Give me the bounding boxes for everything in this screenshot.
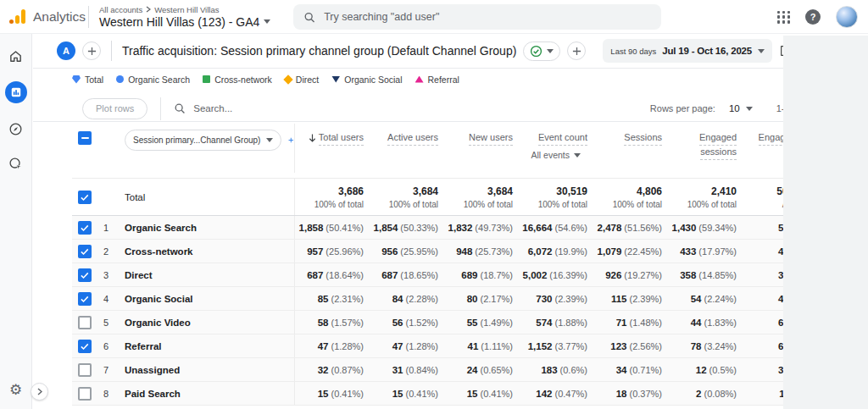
expand-nav-button[interactable] — [31, 383, 48, 401]
legend-item[interactable]: Direct — [285, 75, 319, 85]
search-icon — [174, 102, 186, 114]
global-search[interactable] — [293, 4, 661, 30]
event-filter[interactable]: All events — [518, 149, 587, 162]
row-number: 3 — [101, 270, 125, 280]
metric-cell: 34(0.71%) — [593, 365, 667, 375]
table-row: 4Organic Social85(2.31%)84(2.28%)80(2.17… — [72, 287, 816, 311]
table-row: 8Paid Search15(0.41%)15(0.41%)15(0.41%)1… — [72, 382, 816, 406]
channel-name[interactable]: Referral — [125, 341, 294, 351]
metric-cell: 15(0.41%) — [294, 389, 369, 399]
legend-item[interactable]: Referral — [415, 75, 459, 85]
account-property-switcher[interactable]: All accounts Western Hill Villas Western… — [99, 5, 270, 29]
metric-cell: 15(0.41%) — [369, 389, 443, 399]
dimension-selector[interactable]: Session primary...Channel Group) — [125, 130, 281, 151]
row-checkbox[interactable] — [78, 363, 92, 377]
avatar[interactable] — [836, 6, 858, 28]
plot-rows-button[interactable]: Plot rows — [82, 98, 147, 119]
sidebar-item-home[interactable] — [7, 47, 25, 65]
chevron-down-icon — [574, 153, 581, 158]
topbar-divider — [88, 6, 89, 28]
analytics-logo[interactable]: Analytics — [0, 8, 88, 26]
metric-cell: 689(18.7%) — [443, 270, 518, 280]
metric-cell: 41(1.11%) — [443, 341, 518, 351]
table-search[interactable] — [174, 102, 346, 114]
column-header[interactable]: Total users — [294, 131, 369, 146]
metric-cell: 55(1.49%) — [443, 318, 518, 328]
add-report-item-button[interactable] — [567, 41, 586, 60]
table-controls: Plot rows Rows per page: 10 1-8 of 8 — [33, 96, 816, 122]
metric-cell: 2(0.08%) — [667, 389, 742, 399]
sidebar-item-advertising[interactable] — [7, 154, 25, 173]
metric-cell: 948(25.73%) — [443, 246, 518, 257]
total-cell: 4,806100% of total — [593, 185, 667, 209]
date-range-picker[interactable]: Last 90 days Jul 19 - Oct 16, 2025 — [603, 39, 772, 63]
metric-cell: 956(25.95%) — [369, 246, 443, 257]
report-content: A Traffic acquisition: Session primary c… — [33, 34, 868, 409]
metric-cell: 1,854(50.33%) — [369, 223, 443, 233]
sidebar-item-reports[interactable] — [5, 81, 27, 103]
legend-item[interactable]: Total — [72, 75, 103, 85]
row-number: 5 — [101, 318, 125, 328]
row-checkbox[interactable] — [78, 221, 92, 235]
legend-item[interactable]: Organic Social — [331, 75, 402, 85]
metric-cell: 183(0.6%) — [518, 365, 593, 375]
metric-cell: 71(1.48%) — [593, 318, 667, 328]
sort-descending-icon — [309, 133, 316, 143]
channel-name[interactable]: Unassigned — [125, 365, 294, 375]
table-row: 2Cross-network957(25.96%)956(25.95%)948(… — [72, 240, 816, 263]
legend-item[interactable]: Cross-network — [203, 75, 272, 85]
row-checkbox[interactable] — [78, 316, 92, 329]
select-all-checkbox[interactable] — [78, 131, 92, 145]
metric-cell: 926(19.27%) — [593, 270, 667, 280]
advertising-target-icon — [8, 157, 23, 171]
top-app-bar: Analytics All accounts Western Hill Vill… — [0, 0, 868, 34]
table-header-row: Session primary...Channel Group) Total u… — [72, 124, 816, 178]
channel-name[interactable]: Cross-network — [125, 246, 294, 257]
metric-cell: 78(3.24%) — [667, 341, 742, 351]
sidebar-item-explore[interactable] — [7, 119, 25, 138]
metric-cell: 32(0.87%) — [294, 365, 369, 375]
legend-marker-icon — [415, 76, 424, 83]
plus-icon — [87, 47, 97, 56]
row-number: 4 — [101, 294, 125, 304]
report-status-pill[interactable] — [523, 41, 560, 61]
column-header[interactable]: Event countAll events — [518, 131, 593, 162]
rows-per-page-select[interactable]: 10 — [729, 103, 753, 113]
total-cell: 3,684100% of total — [369, 185, 443, 209]
global-search-input[interactable] — [324, 11, 651, 23]
metric-cell: 115(2.39%) — [593, 294, 667, 304]
legend-item[interactable]: Organic Search — [116, 75, 190, 85]
row-checkbox[interactable] — [78, 245, 92, 258]
add-comparison-button[interactable] — [82, 41, 101, 60]
channel-name[interactable]: Direct — [125, 270, 294, 280]
channel-name[interactable]: Organic Social — [125, 294, 294, 304]
row-checkbox[interactable] — [78, 292, 92, 306]
column-header[interactable]: New users — [443, 131, 518, 146]
table-search-input[interactable] — [193, 103, 346, 113]
channel-name[interactable]: Paid Search — [125, 389, 294, 399]
chevron-down-icon — [547, 49, 554, 53]
row-checkbox[interactable] — [78, 340, 92, 353]
channel-name[interactable]: Organic Video — [125, 318, 294, 328]
channel-name[interactable]: Organic Search — [125, 223, 294, 233]
column-header[interactable]: Sessions — [593, 131, 667, 146]
total-row-checkbox[interactable] — [78, 191, 92, 204]
help-icon[interactable]: ? — [805, 9, 821, 25]
chevron-down-icon — [264, 19, 270, 24]
column-header[interactable]: Engagedsessions — [667, 131, 742, 160]
metric-cell: 47(1.28%) — [294, 341, 369, 351]
row-number: 8 — [101, 389, 125, 399]
metric-cell: 18(0.37%) — [593, 389, 667, 399]
apps-grid-icon[interactable] — [777, 11, 790, 24]
metric-cell: 80(2.17%) — [443, 294, 518, 304]
rows-per-page-label: Rows per page: — [650, 103, 715, 113]
chevron-right-icon — [146, 6, 151, 13]
comparison-chip[interactable]: A — [57, 41, 75, 60]
column-header[interactable]: Active users — [369, 131, 443, 146]
row-checkbox[interactable] — [78, 268, 92, 282]
row-checkbox[interactable] — [78, 387, 92, 401]
add-dimension-icon[interactable] — [288, 135, 294, 146]
chevron-right-icon — [37, 388, 42, 395]
sidebar-item-admin[interactable]: ⚙ — [0, 381, 31, 399]
metric-cell: 142(0.47%) — [518, 389, 593, 399]
